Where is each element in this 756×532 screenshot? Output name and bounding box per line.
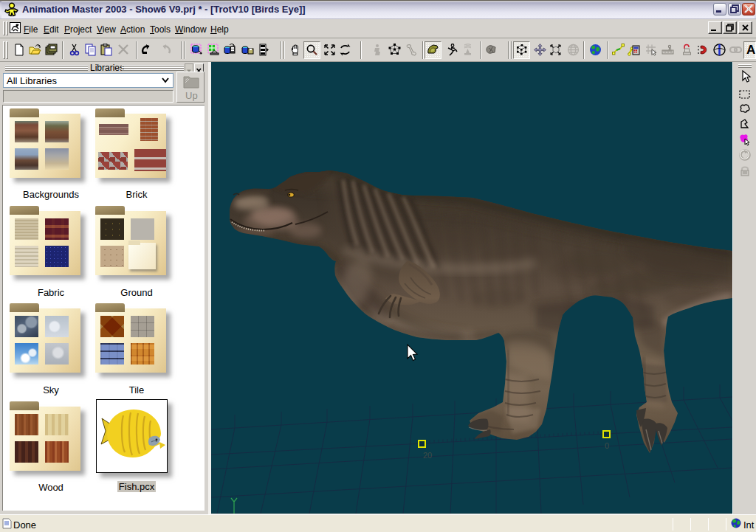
svg-text:20: 20 — [423, 451, 432, 460]
svg-text:0: 0 — [605, 441, 609, 450]
